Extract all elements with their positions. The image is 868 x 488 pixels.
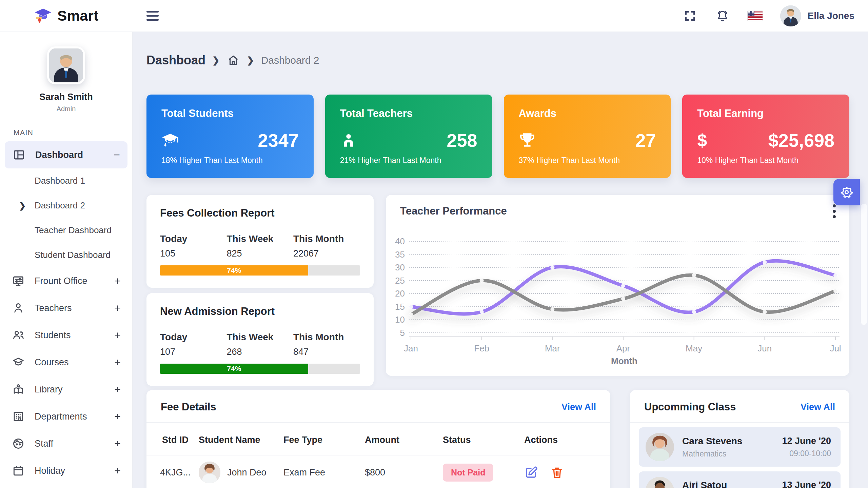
- brand[interactable]: Smart: [0, 7, 133, 25]
- report-value: 825: [226, 248, 293, 259]
- student-id: 4KJG...: [146, 455, 195, 488]
- svg-text:35: 35: [395, 249, 405, 260]
- svg-text:20: 20: [395, 288, 405, 299]
- report-label: Today: [160, 233, 226, 244]
- trophy-icon: [519, 132, 536, 149]
- stat-note: 10% Higher Than Last Month: [697, 156, 834, 165]
- sidebar-item-label: Students: [35, 330, 71, 341]
- sidebar-item-student-dashboard[interactable]: Student Dashboard: [0, 243, 132, 267]
- svg-text:Mar: Mar: [545, 343, 560, 353]
- sidebar-item-courses[interactable]: Courses +: [0, 349, 132, 376]
- breadcrumb-root[interactable]: Dashboad: [146, 53, 205, 67]
- stat-note: 21% Higher Than Last Month: [340, 156, 477, 165]
- progress-fill: 74%: [160, 265, 308, 276]
- more-options-kebab-icon[interactable]: [833, 204, 836, 218]
- edit-icon[interactable]: [524, 465, 538, 480]
- courses-cap-icon: [12, 355, 25, 369]
- expand-plus-icon[interactable]: +: [114, 383, 121, 396]
- svg-text:Jun: Jun: [757, 343, 772, 353]
- column-header: Std ID: [146, 425, 195, 455]
- expand-plus-icon[interactable]: +: [114, 410, 121, 423]
- notifications-bell-icon[interactable]: [715, 8, 730, 23]
- sidebar-item-departments[interactable]: Departments +: [0, 403, 132, 430]
- svg-text:Apr: Apr: [616, 343, 630, 353]
- sidebar-item-label: Staff: [35, 439, 53, 449]
- dashboard-icon: [12, 148, 26, 162]
- class-date: 13 June '20: [782, 480, 831, 488]
- list-item[interactable]: Cara Stevens Mathematics 12 June '20 09:…: [639, 427, 841, 467]
- class-time: 09:00-10:00: [782, 449, 831, 458]
- upcoming-view-all-link[interactable]: View All: [801, 402, 835, 412]
- fee-details-view-all-link[interactable]: View All: [561, 402, 596, 412]
- column-header: Student Name: [195, 425, 279, 455]
- class-subject: Mathematics: [682, 449, 742, 459]
- progress-fill: 74%: [160, 364, 308, 374]
- sidebar-profile: Sarah Smith Admin: [0, 32, 132, 113]
- sidebar-item-students[interactable]: Students +: [0, 322, 132, 349]
- sidebar-item-library[interactable]: Library +: [0, 376, 132, 403]
- language-flag-icon[interactable]: [748, 8, 763, 23]
- teacher-performance-card: Teacher Performance 510152025303540JanFe…: [386, 195, 849, 376]
- profile-name: Sarah Smith: [39, 92, 93, 102]
- report-label: This Week: [226, 332, 293, 343]
- stat-card-awards[interactable]: Awards 27 37% Higher Than Last Month: [504, 95, 671, 178]
- teacher-name: Cara Stevens: [682, 436, 742, 447]
- svg-text:15: 15: [395, 302, 405, 312]
- delete-trash-icon[interactable]: [550, 465, 564, 480]
- submenu-label: Dashboard 1: [35, 176, 85, 186]
- fee-type: Exam Fee: [279, 455, 361, 488]
- sidebar-item-dashboard-2[interactable]: ❯ Dashboard 2: [0, 193, 132, 218]
- column-header: Fee Type: [279, 425, 361, 455]
- upcoming-class-card: Upcomming Class View All Cara Stevens Ma…: [630, 390, 849, 488]
- sidebar-item-frount-office[interactable]: Frount Office +: [0, 267, 132, 294]
- list-item[interactable]: Airi Satou Computer Studies 13 June '20 …: [639, 471, 841, 488]
- sidebar-item-dashboard-1[interactable]: Dashboard 1: [0, 168, 132, 193]
- chevron-right-icon: ❯: [19, 201, 26, 210]
- expand-plus-icon[interactable]: +: [114, 438, 121, 450]
- divider: [146, 422, 610, 423]
- stat-card-total-earning[interactable]: Total Earning $ $25,698 10% Higher Than …: [682, 95, 849, 178]
- chevron-right-icon: ❯: [212, 55, 220, 66]
- submenu-label: Teacher Dashboard: [35, 225, 112, 236]
- collapse-minus-icon[interactable]: −: [114, 149, 120, 161]
- report-value: 105: [160, 248, 226, 259]
- report-label: This Month: [293, 332, 360, 343]
- app-root: Smart: [0, 0, 868, 488]
- sidebar-item-holiday[interactable]: Holiday +: [0, 457, 132, 484]
- stat-card-total-students[interactable]: Total Students 2347 18% Higher Than Last…: [146, 95, 314, 178]
- menu-toggle-icon[interactable]: [146, 11, 159, 21]
- user-menu[interactable]: Ella Jones: [780, 5, 854, 26]
- page-scrollbar[interactable]: [861, 203, 867, 325]
- stat-card-total-teachers[interactable]: Total Teachers 258 21% Higher Than Last …: [325, 95, 492, 178]
- expand-plus-icon[interactable]: +: [114, 356, 121, 369]
- sidebar-item-teachers[interactable]: Teachers +: [0, 294, 132, 322]
- sidebar-item-dashboard[interactable]: Dashboard −: [5, 141, 127, 168]
- expand-plus-icon[interactable]: +: [114, 465, 121, 477]
- sidebar-item-teacher-dashboard[interactable]: Teacher Dashboard: [0, 218, 132, 243]
- card-title: New Admission Report: [160, 305, 360, 318]
- expand-plus-icon[interactable]: +: [114, 275, 121, 287]
- svg-text:40: 40: [395, 236, 405, 246]
- settings-fab[interactable]: [833, 179, 860, 205]
- front-office-icon: [12, 274, 25, 288]
- expand-plus-icon[interactable]: +: [114, 329, 121, 342]
- stat-cards-row: Total Students 2347 18% Higher Than Last…: [146, 95, 849, 178]
- sidebar-item-label: Courses: [35, 357, 69, 368]
- submenu-label: Student Dashboard: [35, 250, 111, 260]
- svg-text:Jan: Jan: [404, 343, 418, 353]
- submenu-label: Dashboard 2: [35, 200, 85, 211]
- card-title: Fee Details: [161, 401, 216, 413]
- sidebar-item-staff[interactable]: Staff +: [0, 430, 132, 457]
- column-header: Actions: [520, 425, 610, 455]
- fee-details-card: Fee Details View All Std ID Student Name…: [146, 390, 610, 488]
- home-icon[interactable]: [226, 54, 240, 67]
- new-admission-report-card: New Admission Report Today107 This Week2…: [146, 293, 374, 386]
- table-row[interactable]: 4KJG... John Deo Exam Fee $800 Not Paid: [146, 455, 610, 488]
- stat-title: Total Students: [161, 107, 299, 120]
- fullscreen-icon[interactable]: [683, 8, 697, 23]
- expand-plus-icon[interactable]: +: [114, 302, 121, 314]
- breadcrumb: Dashboad ❯ ❯ Dashboard 2: [146, 53, 849, 67]
- report-label: This Week: [226, 233, 293, 244]
- column-header: Amount: [361, 425, 439, 455]
- card-title: Fees Collection Report: [160, 207, 360, 219]
